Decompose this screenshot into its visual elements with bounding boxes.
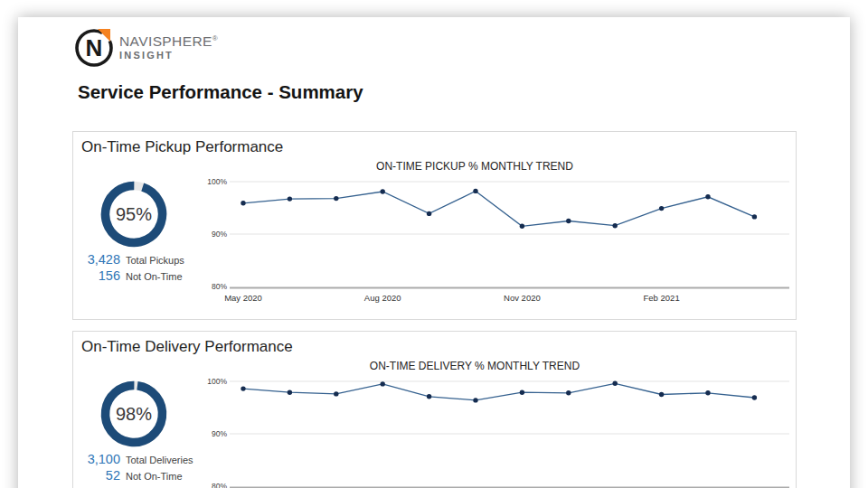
delivery-trend-chart[interactable]: ON-TIME DELIVERY % MONTHLY TREND100%90%8… <box>207 357 804 488</box>
page-title: Service Performance - Summary <box>78 81 363 103</box>
pickup-trend-chart[interactable]: ON-TIME PICKUP % MONTHLY TREND100%90%80%… <box>207 157 804 320</box>
delivery-stats: 3,100 Total Deliveries 52 Not On-Time <box>77 452 193 484</box>
svg-text:80%: 80% <box>212 482 227 488</box>
pickup-stats: 3,428 Total Pickups 156 Not On-Time <box>77 252 184 285</box>
brand-header: N NAVISPHERE® INSIGHT <box>74 27 218 67</box>
card-delivery-performance: On-Time Delivery Performance 98% 3,100 T… <box>72 331 797 488</box>
stat-label: Not On-Time <box>126 269 183 285</box>
svg-text:100%: 100% <box>207 377 227 386</box>
report-page: N NAVISPHERE® INSIGHT Service Performanc… <box>18 17 850 488</box>
svg-text:90%: 90% <box>212 429 227 438</box>
svg-text:Feb 2021: Feb 2021 <box>644 293 680 303</box>
stat-deliveries-not-on-time: 52 Not On-Time <box>77 468 193 484</box>
stat-total-pickups: 3,428 Total Pickups <box>77 252 184 268</box>
stat-label: Total Pickups <box>126 253 184 268</box>
svg-text:90%: 90% <box>212 230 227 239</box>
svg-text:N: N <box>86 34 103 61</box>
svg-text:ON-TIME DELIVERY % MONTHLY TRE: ON-TIME DELIVERY % MONTHLY TREND <box>370 360 580 372</box>
svg-text:ON-TIME PICKUP % MONTHLY TREND: ON-TIME PICKUP % MONTHLY TREND <box>376 160 573 173</box>
stat-pickups-not-on-time: 156 Not On-Time <box>77 268 184 285</box>
brand-wordmark: NAVISPHERE® INSIGHT <box>119 32 218 61</box>
svg-text:Aug 2020: Aug 2020 <box>364 293 401 303</box>
pickup-card-title: On-Time Pickup Performance <box>81 138 283 156</box>
card-pickup-performance: On-Time Pickup Performance 95% 3,428 Tot… <box>72 131 797 320</box>
svg-text:98%: 98% <box>116 404 152 424</box>
svg-text:80%: 80% <box>212 282 227 291</box>
stat-label: Not On-Time <box>126 469 183 484</box>
stat-total-deliveries: 3,100 Total Deliveries <box>77 452 193 468</box>
svg-text:Nov 2020: Nov 2020 <box>504 293 541 303</box>
svg-text:100%: 100% <box>207 177 227 186</box>
stat-value: 3,100 <box>77 452 120 467</box>
stat-value: 52 <box>77 468 120 483</box>
brand-subtitle: INSIGHT <box>119 50 218 61</box>
svg-text:95%: 95% <box>116 204 152 224</box>
pickup-donut-chart[interactable]: 95% <box>99 179 169 249</box>
navisphere-logo-icon: N <box>74 27 114 67</box>
stat-value: 156 <box>77 268 120 284</box>
brand-name: NAVISPHERE® <box>119 32 218 49</box>
delivery-card-title: On-Time Delivery Performance <box>81 338 293 356</box>
stat-value: 3,428 <box>77 252 120 267</box>
stat-label: Total Deliveries <box>126 453 193 468</box>
svg-text:May 2020: May 2020 <box>224 293 262 303</box>
delivery-donut-chart[interactable]: 98% <box>99 379 169 449</box>
